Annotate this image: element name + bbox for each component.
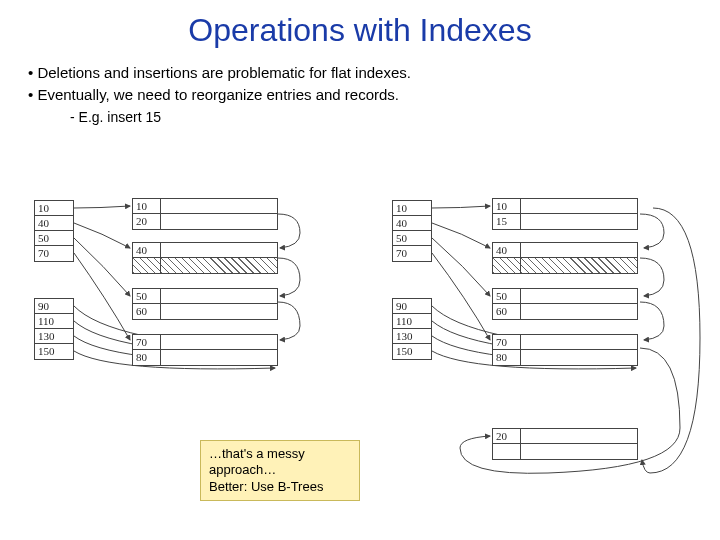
data-key: 20 [493,429,521,443]
left-index-1: 10 40 50 70 [34,200,74,262]
data-key: 10 [133,199,161,213]
right-block-1: 10 15 [492,198,638,230]
index-cell: 10 [35,201,73,216]
right-index-1: 10 40 50 70 [392,200,432,262]
bullet-1: Deletions and insertions are problematic… [28,63,720,83]
left-block-3: 50 60 [132,288,278,320]
index-cell: 40 [393,216,431,231]
data-key [493,444,521,459]
data-key: 40 [493,243,521,257]
index-cell: 10 [393,201,431,216]
right-block-4: 70 80 [492,334,638,366]
index-cell: 130 [393,329,431,344]
data-key: 80 [493,350,521,365]
data-key: 40 [133,243,161,257]
data-key-hatched [493,258,521,273]
index-cell: 70 [393,246,431,261]
data-key: 80 [133,350,161,365]
sub-bullet: E.g. insert 15 [28,108,720,127]
bullet-list: Deletions and insertions are problematic… [0,63,720,126]
data-key: 20 [133,214,161,229]
right-overflow-block: 20 [492,428,638,460]
index-cell: 130 [35,329,73,344]
diagram: 10 40 50 70 90 110 130 150 10 20 40 50 6… [0,188,720,498]
index-cell: 150 [35,344,73,359]
index-cell: 110 [393,314,431,329]
index-cell: 150 [393,344,431,359]
data-key: 50 [133,289,161,303]
index-cell: 50 [35,231,73,246]
slide-title: Operations with Indexes [0,0,720,63]
index-cell: 40 [35,216,73,231]
data-key: 70 [133,335,161,349]
left-index-2: 90 110 130 150 [34,298,74,360]
data-key: 10 [493,199,521,213]
left-block-1: 10 20 [132,198,278,230]
right-block-3: 50 60 [492,288,638,320]
data-key: 50 [493,289,521,303]
data-key: 15 [493,214,521,229]
note-line: …that's a messy [209,446,351,462]
index-cell: 90 [35,299,73,314]
note-line: approach… [209,462,351,478]
index-cell: 90 [393,299,431,314]
data-key-hatched [133,258,161,273]
data-key: 70 [493,335,521,349]
left-block-4: 70 80 [132,334,278,366]
index-cell: 50 [393,231,431,246]
right-block-2: 40 [492,242,638,274]
data-key: 60 [493,304,521,319]
index-cell: 110 [35,314,73,329]
data-key: 60 [133,304,161,319]
index-cell: 70 [35,246,73,261]
right-index-2: 90 110 130 150 [392,298,432,360]
bullet-2: Eventually, we need to reorganize entrie… [28,85,720,105]
left-block-2: 40 [132,242,278,274]
callout-note: …that's a messy approach… Better: Use B-… [200,440,360,501]
note-line: Better: Use B-Trees [209,479,351,495]
